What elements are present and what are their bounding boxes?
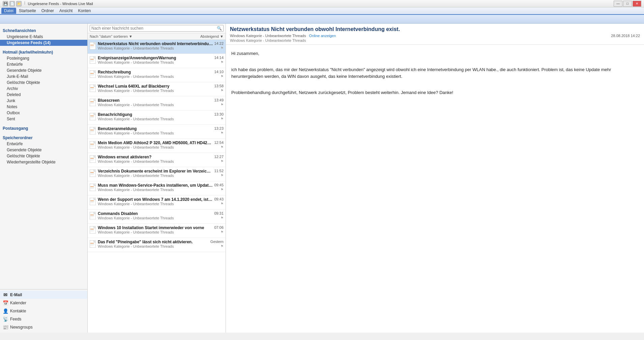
preview-body-paragraph: ich habe das problem, das mir der Netzwe…	[231, 66, 639, 81]
folder-icon[interactable]: 📁	[16, 1, 22, 6]
svg-rect-13	[90, 74, 94, 74]
menu-startseite[interactable]: Startseite	[16, 8, 39, 14]
sidebar-item-entworfe[interactable]: Entwürfe	[0, 61, 87, 67]
nav-kalender[interactable]: 📅 Kalender	[0, 299, 87, 307]
message-content: Das Feld "Pineingabe" lässt sich nicht a…	[98, 240, 209, 248]
message-from: Windows Kategorie - Unbeantwortete Threa…	[98, 46, 213, 50]
sidebar-item-junk-email[interactable]: Junk-E-Mail	[0, 73, 87, 80]
sidebar-item-geloschte-objekte[interactable]: Gelöschte Objekte	[0, 80, 87, 86]
message-content: Benachrichtigung Windows Kategorie - Unb…	[98, 112, 213, 121]
svg-rect-28	[90, 117, 94, 117]
message-flag-icon: ⚑	[221, 202, 224, 206]
svg-rect-37	[90, 144, 94, 145]
message-doc-icon	[90, 169, 96, 176]
message-from: Windows Kategorie - Unbeantwortete Threa…	[98, 131, 213, 135]
sidebar-item-sp-wiederhergestellt[interactable]: Wiederhergestellte Objekte	[0, 159, 87, 165]
menu-datei[interactable]: Datei	[1, 8, 16, 14]
message-meta: 07:06 ⚑	[214, 225, 224, 234]
nav-feeds[interactable]: 📡 Feeds	[0, 315, 87, 323]
message-subject: Benachrichtigung	[98, 112, 213, 117]
sidebar-item-gesendete-objekte[interactable]: Gesendete Objekte	[0, 67, 87, 73]
sidebar: Schnellansichten Ungelesene E-Mails Unge…	[0, 24, 88, 333]
sidebar-item-sp-entworfe[interactable]: Entwürfe	[0, 141, 87, 147]
svg-rect-2	[90, 45, 94, 45]
message-flag-icon: ⚑	[221, 159, 224, 163]
message-item[interactable]: Rechtschreibung Windows Kategorie - Unbe…	[88, 68, 226, 82]
message-item[interactable]: Verzeichnis Dokumente erscheint im Explo…	[88, 167, 226, 181]
newsgroups-icon: 📰	[3, 324, 8, 330]
svg-rect-44	[90, 160, 94, 160]
message-content: Ereignisanzeige/Anwendungen/Warnung Wind…	[98, 56, 213, 64]
svg-rect-7	[90, 59, 94, 60]
message-item[interactable]: Wenn der Support von Windows 7 am 14.1.2…	[88, 195, 226, 210]
kalender-icon: 📅	[3, 300, 8, 306]
message-meta: 13:49 ⚑	[214, 98, 224, 106]
message-item[interactable]: Benutzeranmeldung Windows Kategorie - Un…	[88, 125, 226, 139]
maximize-button[interactable]: □	[623, 1, 632, 7]
minimize-button[interactable]: —	[614, 1, 622, 7]
message-item[interactable]: Windows 10 Installation Startet immerwie…	[88, 224, 226, 238]
sidebar-item-sp-geloschte[interactable]: Gelöschte Objekte	[0, 153, 87, 159]
message-item[interactable]: Das Feld "Pineingabe" lässt sich nicht a…	[88, 238, 226, 252]
new-icon[interactable]: 📄	[9, 1, 15, 6]
sidebar-item-sp-gesendete[interactable]: Gesendete Objekte	[0, 147, 87, 153]
svg-rect-43	[90, 159, 94, 159]
message-meta: 13:30 ⚑	[214, 112, 224, 121]
message-item[interactable]: Mein Medion AMD Athlon2 P 320, AMD HD500…	[88, 139, 226, 153]
svg-rect-67	[90, 229, 94, 229]
search-input-wrapper[interactable]: 🔍	[90, 25, 224, 32]
menu-ordner[interactable]: Ordner	[39, 8, 57, 14]
sidebar-item-ungelesene-feeds[interactable]: Ungelesene Feeds (14)	[0, 40, 87, 46]
message-item[interactable]: Windows erneut aktivieren? Windows Kateg…	[88, 153, 226, 167]
message-doc-icon	[90, 56, 96, 63]
message-item[interactable]: Ereignisanzeige/Anwendungen/Warnung Wind…	[88, 54, 226, 68]
message-meta: 14:10 ⚑	[214, 70, 224, 78]
message-item[interactable]: Bluescreen Windows Kategorie - Unbeantwo…	[88, 96, 226, 111]
sidebar-item-ungelesene-emails[interactable]: Ungelesene E-Mails	[0, 34, 87, 40]
message-item[interactable]: Benachrichtigung Windows Kategorie - Unb…	[88, 111, 226, 125]
sidebar-item-junk[interactable]: Junk	[0, 98, 87, 104]
message-subject: Verzeichnis Dokumente erscheint im Explo…	[98, 169, 213, 174]
svg-rect-52	[90, 186, 94, 187]
nav-email[interactable]: ✉ E-Mail	[0, 291, 87, 299]
message-flag-icon: ⚑	[221, 230, 224, 234]
svg-rect-63	[90, 216, 94, 216]
save-icon[interactable]: 💾	[3, 1, 8, 6]
preview-online-link[interactable]: Online anzeigen	[309, 34, 336, 38]
message-from: Windows Kategorie - Unbeantwortete Threa…	[98, 60, 213, 64]
message-item[interactable]: Muss man Windows-Service-Packs installie…	[88, 181, 226, 195]
sidebar-item-outbox[interactable]: Outbox	[0, 110, 87, 116]
sidebar-item-posteingang[interactable]: Posteingang	[0, 55, 87, 61]
titlebar-controls: — □ ✕	[614, 1, 641, 7]
message-item[interactable]: Wechsel Lumia 640XL auf Blackberry Windo…	[88, 82, 226, 96]
menu-konten[interactable]: Konten	[75, 8, 93, 14]
svg-rect-24	[90, 103, 94, 104]
nav-kontakte[interactable]: 👤 Kontakte	[0, 307, 87, 315]
sidebar-item-notes[interactable]: Notes	[0, 104, 87, 110]
sort-label[interactable]: Nach "datum" sortieren ▼	[90, 34, 133, 38]
message-meta: 13:58 ⚑	[214, 84, 224, 92]
search-input[interactable]	[91, 26, 217, 31]
sort-order[interactable]: Absteigend ▼	[200, 34, 224, 38]
nav-newsgroups[interactable]: 📰 Newsgroups	[0, 323, 87, 331]
message-item[interactable]: Netzwerkstatus Nicht verbunden obwohl In…	[88, 40, 226, 54]
sidebar-bottom-nav: ✉ E-Mail 📅 Kalender 👤 Kontakte 📡 Feeds 📰…	[0, 289, 87, 333]
menu-ansicht[interactable]: Ansicht	[57, 8, 75, 14]
nav-kalender-label: Kalender	[10, 301, 26, 305]
message-flag-icon: ⚑	[221, 131, 224, 135]
sidebar-item-deleted[interactable]: Deleted	[0, 92, 87, 98]
svg-rect-69	[90, 231, 94, 231]
email-icon: ✉	[3, 292, 8, 298]
close-button[interactable]: ✕	[633, 1, 641, 7]
sidebar-item-sent[interactable]: Sent	[0, 116, 87, 122]
message-content: Wechsel Lumia 640XL auf Blackberry Windo…	[98, 84, 213, 93]
svg-rect-3	[90, 46, 94, 46]
hotmail-header: Hotmail (karlwilhelmkuhn)	[0, 48, 87, 55]
message-item[interactable]: Commands Disablen Windows Kategorie - Un…	[88, 210, 226, 224]
message-time: 13:23	[214, 126, 224, 130]
preview-body: Hi zusammen,ich habe das problem, das mi…	[226, 45, 644, 333]
message-content: Verzeichnis Dokumente erscheint im Explo…	[98, 169, 213, 178]
sidebar-item-archiv[interactable]: Archiv	[0, 86, 87, 92]
message-subject: Commands Disablen	[98, 211, 213, 216]
preview-category-row: Windows Kategorie - Unbeantwortete Threa…	[230, 38, 640, 42]
